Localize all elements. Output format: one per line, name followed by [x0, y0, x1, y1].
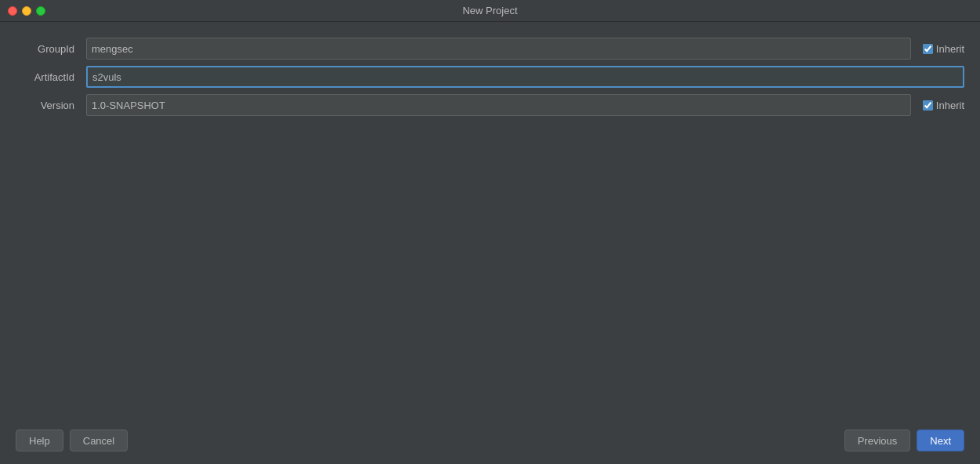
footer-left: Help Cancel	[16, 430, 128, 451]
version-label: Version	[16, 100, 78, 111]
footer: Help Cancel Previous Next	[0, 417, 980, 464]
groupid-input[interactable]	[86, 38, 911, 60]
maximize-button[interactable]	[36, 6, 45, 16]
groupid-label: GroupId	[16, 43, 78, 55]
artifactid-row: ArtifactId	[16, 66, 964, 88]
title-bar: New Project	[0, 0, 980, 22]
version-inherit-wrap: Inherit	[923, 100, 964, 111]
previous-button[interactable]: Previous	[844, 430, 911, 451]
version-row: Version Inherit	[16, 94, 964, 116]
artifactid-label: ArtifactId	[16, 71, 78, 83]
next-button[interactable]: Next	[917, 430, 964, 451]
form-area: GroupId Inherit ArtifactId Version Inher…	[16, 38, 964, 116]
version-inherit-checkbox[interactable]	[923, 100, 933, 111]
groupid-inherit-checkbox[interactable]	[923, 44, 933, 54]
dialog-title: New Project	[462, 5, 517, 16]
cancel-button[interactable]: Cancel	[70, 430, 128, 451]
groupid-inherit-label: Inherit	[936, 43, 964, 55]
artifactid-input[interactable]	[86, 66, 964, 88]
help-button[interactable]: Help	[16, 430, 63, 451]
footer-right: Previous Next	[844, 430, 964, 451]
groupid-inherit-wrap: Inherit	[923, 43, 964, 55]
groupid-row: GroupId Inherit	[16, 38, 964, 60]
dialog-content: GroupId Inherit ArtifactId Version Inher…	[0, 22, 980, 417]
window-controls	[8, 6, 45, 16]
version-input[interactable]	[86, 94, 911, 116]
minimize-button[interactable]	[22, 6, 31, 16]
version-inherit-label: Inherit	[936, 100, 964, 111]
close-button[interactable]	[8, 6, 17, 16]
